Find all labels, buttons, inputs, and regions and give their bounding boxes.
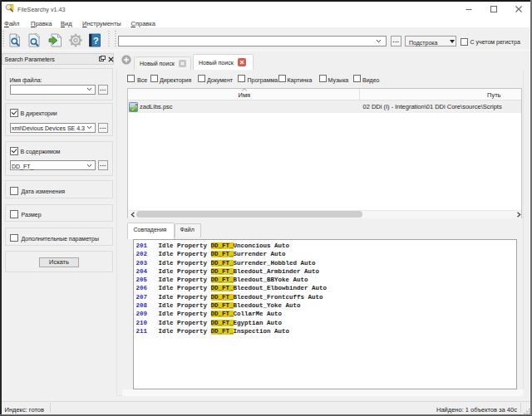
svg-text:?: ?: [93, 36, 99, 46]
